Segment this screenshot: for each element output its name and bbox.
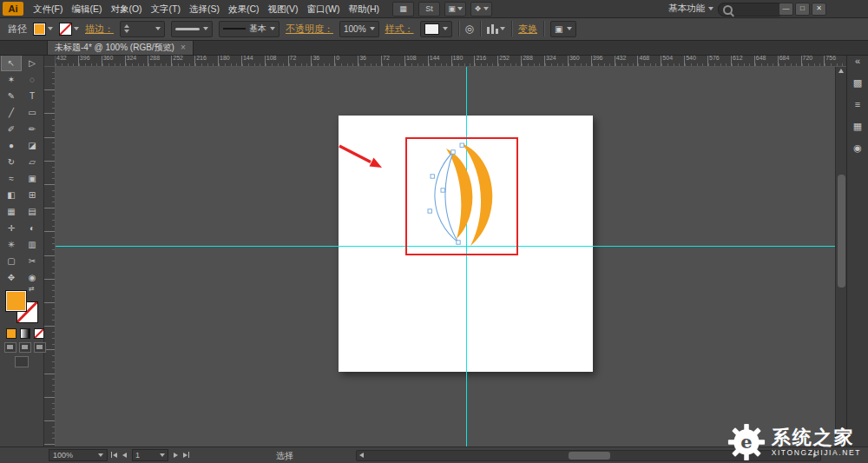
eyedropper-tool[interactable]: ✛ xyxy=(1,220,22,236)
annotation-highlight-box xyxy=(405,137,518,255)
vertical-scrollbar-thumb[interactable] xyxy=(838,175,845,288)
artboard-number-input[interactable]: 1 xyxy=(132,449,168,461)
app-logo-icon[interactable]: Ai xyxy=(3,2,23,16)
opacity-input[interactable]: 100% xyxy=(339,21,379,37)
align-options[interactable] xyxy=(487,24,505,34)
menu-item[interactable]: 视图(V) xyxy=(264,0,303,17)
column-graph-tool[interactable]: ▥ xyxy=(22,236,43,253)
artboard-tool[interactable]: ▢ xyxy=(1,253,22,269)
minimize-button[interactable]: — xyxy=(779,3,793,16)
previous-artboard-button[interactable] xyxy=(122,453,127,458)
zoom-tool[interactable]: ◉ xyxy=(22,269,43,286)
paintbrush-tool[interactable]: ✐ xyxy=(1,121,22,137)
recolor-artwork-icon[interactable]: ◎ xyxy=(465,23,474,35)
menu-item[interactable]: 窗口(W) xyxy=(303,0,345,17)
drawing-mode-buttons xyxy=(4,342,46,353)
type-tool[interactable]: T xyxy=(22,88,43,104)
opacity-panel-link[interactable]: 不透明度： xyxy=(286,23,333,36)
style-select[interactable] xyxy=(420,21,452,37)
panel-flyout-icon[interactable]: ≡ xyxy=(851,97,865,111)
color-panel-icon[interactable]: ▩ xyxy=(851,76,865,89)
horizontal-ruler[interactable]: 4323963603242882522161801441087236036721… xyxy=(55,55,847,67)
menu-item[interactable]: 文件(F) xyxy=(29,0,67,17)
pencil-tool[interactable]: ✏ xyxy=(22,121,43,137)
restore-button[interactable]: □ xyxy=(795,3,810,16)
variable-width-profile-select[interactable] xyxy=(171,21,213,37)
next-artboard-button[interactable] xyxy=(174,453,178,458)
menu-item[interactable]: 编辑(E) xyxy=(67,0,106,17)
slice-tool[interactable]: ✂ xyxy=(22,253,43,269)
menu-item[interactable]: 帮助(H) xyxy=(345,0,385,17)
selection-tool[interactable]: ↖ xyxy=(1,55,22,71)
stroke-panel-link[interactable]: 描边： xyxy=(85,23,114,36)
swatches-panel-icon[interactable]: ▦ xyxy=(851,119,865,133)
magic-wand-tool[interactable]: ✶ xyxy=(1,71,22,88)
brushes-panel-icon[interactable]: ◉ xyxy=(851,141,865,155)
bridge-icon[interactable]: ▦ xyxy=(392,2,414,17)
free-transform-tool[interactable]: ▣ xyxy=(22,170,43,187)
perspective-grid-tool[interactable]: ⊞ xyxy=(22,187,43,203)
chevron-down-icon xyxy=(270,27,275,30)
canvas[interactable] xyxy=(55,66,836,447)
brush-definition-select[interactable]: 基本 xyxy=(219,21,279,37)
menu-item[interactable]: 对象(O) xyxy=(106,0,146,17)
blob-brush-tool[interactable]: ● xyxy=(1,137,22,154)
zoom-level-select[interactable]: 100% xyxy=(49,449,108,461)
chevron-down-icon xyxy=(98,453,103,457)
search-input[interactable] xyxy=(718,3,784,17)
direct-selection-tool[interactable]: ▷ xyxy=(22,55,43,71)
horizontal-scrollbar-thumb[interactable] xyxy=(569,452,610,460)
blend-tool[interactable]: ◐ xyxy=(22,220,43,236)
document-tab[interactable]: 未标题-4* @ 100% (RGB/预览) × xyxy=(47,40,194,55)
close-tab-icon[interactable]: × xyxy=(181,43,186,52)
draw-normal-icon[interactable] xyxy=(4,342,16,353)
rectangle-tool[interactable]: ▭ xyxy=(22,104,43,121)
mesh-tool[interactable]: ▦ xyxy=(1,203,22,220)
lasso-tool[interactable]: ◌ xyxy=(22,71,43,88)
vertical-scrollbar[interactable] xyxy=(835,66,847,447)
stroke-weight-input[interactable] xyxy=(120,21,165,37)
chevron-down-icon xyxy=(203,27,208,30)
arrange-documents-icon[interactable]: ▣ xyxy=(444,2,466,17)
menu-item[interactable]: 选择(S) xyxy=(185,0,224,17)
collapse-panels-icon[interactable]: « xyxy=(851,54,865,68)
draw-inside-icon[interactable] xyxy=(34,342,46,353)
vertical-ruler[interactable] xyxy=(43,66,56,447)
eraser-tool[interactable]: ◪ xyxy=(22,137,43,154)
line-segment-tool[interactable]: ╱ xyxy=(1,104,22,121)
panel-options-button[interactable]: ▣ xyxy=(550,21,575,37)
fill-color-swatch[interactable] xyxy=(33,23,53,36)
rotate-tool[interactable]: ↻ xyxy=(1,154,22,170)
menu-item[interactable]: 效果(C) xyxy=(224,0,264,17)
ruler-corner[interactable] xyxy=(43,55,56,67)
chevron-down-icon xyxy=(457,7,463,10)
width-tool[interactable]: ≈ xyxy=(1,170,22,187)
gradient-tool[interactable]: ▤ xyxy=(22,203,43,220)
stroke-color-swatch[interactable] xyxy=(59,23,79,36)
first-artboard-button[interactable] xyxy=(111,452,117,458)
color-button[interactable] xyxy=(6,328,16,339)
stroke-none-icon xyxy=(59,23,72,36)
screen-mode-button[interactable] xyxy=(15,356,29,367)
draw-behind-icon[interactable] xyxy=(19,342,31,353)
cs-live-icon[interactable]: ❖ xyxy=(470,2,492,17)
stock-icon[interactable]: St xyxy=(418,2,440,17)
scale-tool[interactable]: ▱ xyxy=(22,154,43,170)
gradient-button[interactable] xyxy=(20,328,30,339)
vertical-guide[interactable] xyxy=(466,66,467,447)
menu-item[interactable]: 文字(T) xyxy=(147,0,185,17)
hand-tool[interactable]: ✥ xyxy=(1,269,22,286)
workspace-switcher[interactable]: 基本功能 xyxy=(668,0,713,17)
swap-fill-stroke-icon[interactable]: ⇄ xyxy=(29,285,35,293)
close-button[interactable]: ✕ xyxy=(812,3,826,16)
symbol-sprayer-tool[interactable]: ✳ xyxy=(1,236,22,253)
pen-tool[interactable]: ✎ xyxy=(1,88,22,104)
scroll-left-icon[interactable] xyxy=(359,453,364,458)
style-panel-link[interactable]: 样式： xyxy=(385,23,414,36)
scroll-up-icon[interactable] xyxy=(838,69,844,73)
none-button[interactable] xyxy=(34,328,44,339)
fill-color-box[interactable] xyxy=(5,290,27,312)
last-artboard-button[interactable] xyxy=(183,452,189,458)
shape-builder-tool[interactable]: ◧ xyxy=(1,187,22,203)
transform-panel-link[interactable]: 变换 xyxy=(518,23,537,36)
